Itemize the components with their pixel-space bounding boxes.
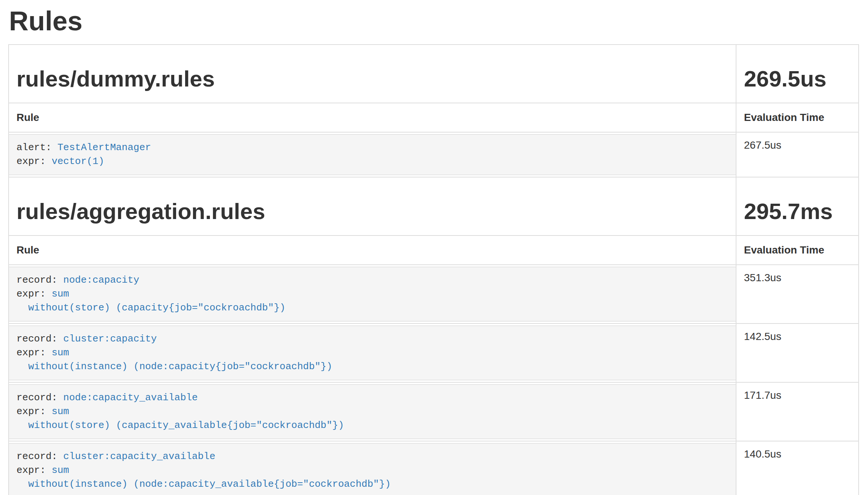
rule-code-line: without(instance) (node:capacity{job="co… bbox=[16, 360, 728, 374]
rule-group-file-cell: rules/aggregation.rules bbox=[9, 177, 736, 236]
rule-code-line: record: cluster:capacity bbox=[16, 332, 728, 346]
rule-keyword: expr: bbox=[16, 347, 52, 358]
record-name-link[interactable]: cluster:capacity bbox=[63, 333, 157, 344]
record-name-link[interactable]: node:capacity bbox=[63, 274, 139, 286]
rule-keyword: expr: bbox=[16, 288, 52, 300]
rule-definition-cell: record: cluster:capacity_available expr:… bbox=[9, 441, 736, 495]
rule-column-header: Rule bbox=[9, 236, 736, 265]
rule-eval-time: 171.7us bbox=[736, 382, 859, 441]
alert-name-link[interactable]: TestAlertManager bbox=[57, 142, 151, 153]
rules-page: Rules rules/dummy.rules 269.5us Rule Eva… bbox=[0, 0, 868, 495]
rule-row: record: node:capacity_available expr: su… bbox=[9, 382, 859, 441]
rule-keyword: record: bbox=[16, 274, 63, 286]
rule-definition-cell: record: node:capacity expr: sum without(… bbox=[9, 265, 736, 324]
rule-group-total-time-cell: 269.5us bbox=[736, 45, 859, 103]
rule-code-block: record: node:capacity_available expr: su… bbox=[9, 384, 736, 439]
rule-definition-cell: alert: TestAlertManager expr: vector(1) bbox=[9, 132, 736, 177]
record-name-link[interactable]: node:capacity_available bbox=[63, 392, 198, 403]
eval-time-column-header: Evaluation Time bbox=[736, 236, 859, 265]
expression-link[interactable]: without(instance) (node:capacity_availab… bbox=[16, 479, 391, 490]
rule-code-line: expr: sum bbox=[16, 464, 728, 477]
rule-group-total-time: 295.7ms bbox=[744, 199, 851, 224]
rule-keyword: record: bbox=[16, 451, 63, 462]
rule-code-block: record: cluster:capacity expr: sum witho… bbox=[9, 325, 736, 380]
rule-definition-cell: record: cluster:capacity expr: sum witho… bbox=[9, 324, 736, 382]
rule-definition-cell: record: node:capacity_available expr: su… bbox=[9, 382, 736, 441]
rule-code-line: expr: sum bbox=[16, 287, 728, 301]
rule-code-line: without(store) (capacity{job="cockroachd… bbox=[16, 301, 728, 315]
rule-group-file: rules/aggregation.rules bbox=[16, 199, 728, 224]
rule-keyword: expr: bbox=[16, 465, 52, 476]
rule-column-header: Rule bbox=[9, 103, 736, 132]
rule-code-line: record: node:capacity_available bbox=[16, 391, 728, 405]
expression-link[interactable]: sum bbox=[52, 288, 69, 300]
rule-row: alert: TestAlertManager expr: vector(1) … bbox=[9, 132, 859, 177]
rule-keyword: record: bbox=[16, 392, 63, 403]
page-title: Rules bbox=[9, 7, 858, 35]
rule-code-block: record: cluster:capacity_available expr:… bbox=[9, 443, 736, 495]
rule-eval-time: 142.5us bbox=[736, 324, 859, 382]
rule-row: record: cluster:capacity expr: sum witho… bbox=[9, 324, 859, 382]
rule-group-total-time: 269.5us bbox=[744, 67, 851, 91]
rule-keyword: record: bbox=[16, 333, 63, 344]
rule-eval-time: 351.3us bbox=[736, 265, 859, 324]
expression-link[interactable]: sum bbox=[52, 465, 69, 476]
rule-code-line: record: cluster:capacity_available bbox=[16, 450, 728, 464]
rules-table: rules/dummy.rules 269.5us Rule Evaluatio… bbox=[8, 44, 859, 495]
rule-keyword: alert: bbox=[16, 142, 57, 153]
record-name-link[interactable]: cluster:capacity_available bbox=[63, 451, 216, 462]
rule-keyword: expr: bbox=[16, 156, 52, 167]
rule-group-header-row: rules/dummy.rules 269.5us bbox=[9, 45, 859, 103]
rule-code-block: alert: TestAlertManager expr: vector(1) bbox=[9, 134, 736, 175]
rule-keyword: expr: bbox=[16, 406, 52, 417]
rule-code-line: alert: TestAlertManager bbox=[16, 141, 728, 155]
rule-code-line: without(store) (capacity_available{job="… bbox=[16, 419, 728, 432]
expression-link[interactable]: vector(1) bbox=[52, 156, 104, 167]
rule-row: record: node:capacity expr: sum without(… bbox=[9, 265, 859, 324]
rule-group-header-row: rules/aggregation.rules 295.7ms bbox=[9, 177, 859, 236]
rule-code-line: expr: sum bbox=[16, 346, 728, 360]
expression-link[interactable]: without(store) (capacity_available{job="… bbox=[16, 420, 344, 431]
rule-code-line: expr: vector(1) bbox=[16, 155, 728, 168]
rule-code-line: without(instance) (node:capacity_availab… bbox=[16, 477, 728, 491]
column-header-row: Rule Evaluation Time bbox=[9, 103, 859, 132]
rule-group-file-cell: rules/dummy.rules bbox=[9, 45, 736, 103]
expression-link[interactable]: without(instance) (node:capacity{job="co… bbox=[16, 361, 332, 372]
rule-code-line: expr: sum bbox=[16, 405, 728, 419]
rule-row: record: cluster:capacity_available expr:… bbox=[9, 441, 859, 495]
expression-link[interactable]: without(store) (capacity{job="cockroachd… bbox=[16, 302, 286, 313]
rule-code-block: record: node:capacity expr: sum without(… bbox=[9, 267, 736, 322]
rule-code-line: record: node:capacity bbox=[16, 273, 728, 287]
rule-group-file: rules/dummy.rules bbox=[16, 67, 728, 91]
rule-eval-time: 140.5us bbox=[736, 441, 859, 495]
expression-link[interactable]: sum bbox=[52, 406, 69, 417]
column-header-row: Rule Evaluation Time bbox=[9, 236, 859, 265]
rule-eval-time: 267.5us bbox=[736, 132, 859, 177]
rule-group-total-time-cell: 295.7ms bbox=[736, 177, 859, 236]
eval-time-column-header: Evaluation Time bbox=[736, 103, 859, 132]
expression-link[interactable]: sum bbox=[52, 347, 69, 358]
